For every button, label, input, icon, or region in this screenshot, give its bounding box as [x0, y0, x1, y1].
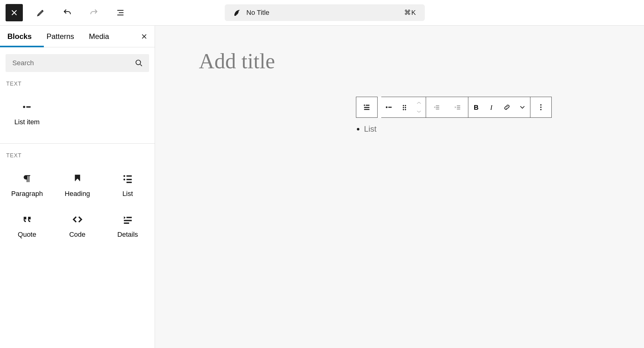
link-icon: [503, 103, 511, 111]
unordered-list-button[interactable]: [381, 97, 397, 117]
editor-canvas[interactable]: Add title: [155, 26, 644, 348]
outline-icon: [116, 8, 125, 17]
block-search: [6, 54, 149, 72]
close-icon: [140, 32, 148, 40]
svg-rect-25: [436, 108, 439, 109]
block-quote[interactable]: Quote: [2, 206, 52, 247]
svg-rect-27: [457, 107, 460, 108]
search-input[interactable]: [12, 59, 135, 67]
redo-button[interactable]: [85, 4, 102, 21]
svg-point-1: [23, 106, 25, 108]
block-list-item[interactable]: List item: [2, 93, 52, 134]
tab-blocks[interactable]: Blocks: [0, 26, 39, 47]
list-block-icon: [363, 103, 371, 111]
block-type-button[interactable]: [356, 97, 377, 117]
block-label: List: [122, 190, 133, 198]
close-icon: [10, 8, 19, 17]
italic-icon: I: [487, 103, 496, 111]
svg-rect-28: [457, 108, 460, 109]
block-label: Quote: [18, 231, 36, 239]
section-label: TEXT: [0, 144, 155, 162]
outdent-button[interactable]: [426, 97, 447, 117]
block-label: List item: [15, 118, 40, 126]
list-item-icon: [22, 101, 33, 112]
svg-rect-13: [364, 107, 369, 108]
italic-button[interactable]: I: [484, 97, 499, 117]
command-k-hint: ⌘K: [404, 9, 416, 17]
block-label: Code: [69, 231, 86, 239]
tab-media[interactable]: Media: [82, 26, 116, 47]
close-inserter-button[interactable]: [6, 4, 23, 21]
block-inserter-panel: Blocks Patterns Media TEXT List item: [0, 26, 155, 348]
section-label: TEXT: [0, 72, 155, 90]
svg-text:B: B: [474, 104, 479, 111]
svg-point-20: [405, 107, 406, 108]
block-options-button[interactable]: [530, 97, 551, 117]
svg-rect-6: [126, 179, 132, 180]
close-inserter-x-button[interactable]: [138, 30, 150, 43]
document-overview-button[interactable]: [112, 4, 129, 21]
link-button[interactable]: [499, 97, 515, 117]
block-heading[interactable]: Heading: [52, 165, 102, 206]
block-label: Details: [117, 231, 138, 239]
tab-patterns[interactable]: Patterns: [39, 26, 82, 47]
code-icon: [72, 214, 83, 225]
list-block[interactable]: List: [356, 123, 376, 134]
pencil-icon: [36, 8, 45, 17]
svg-point-5: [123, 179, 125, 180]
move-up-button[interactable]: [414, 99, 424, 107]
edit-tools-button[interactable]: [32, 4, 49, 21]
block-label: Heading: [65, 190, 90, 198]
svg-point-31: [540, 104, 542, 105]
svg-rect-4: [126, 175, 132, 176]
svg-rect-24: [436, 107, 439, 108]
block-details[interactable]: Details: [102, 206, 153, 247]
details-icon: [122, 214, 133, 225]
top-toolbar: No Title ⌘K: [0, 0, 644, 25]
drag-handle-button[interactable]: [397, 97, 412, 117]
chevron-down-icon: [416, 110, 422, 113]
move-down-button[interactable]: [414, 108, 424, 116]
indent-button[interactable]: [447, 97, 468, 117]
block-label: Paragraph: [11, 190, 43, 198]
svg-point-32: [540, 107, 542, 108]
svg-point-3: [123, 175, 125, 177]
undo-icon: [63, 8, 72, 17]
svg-point-22: [405, 109, 406, 110]
outdent-icon: [433, 103, 441, 111]
block-list-section-0: List item: [0, 90, 155, 143]
move-buttons: [412, 97, 426, 117]
svg-rect-2: [26, 106, 31, 108]
toolbar-center: No Title ⌘K: [129, 4, 521, 21]
search-icon: [135, 59, 143, 67]
paragraph-icon: [22, 173, 33, 184]
inserter-tabs: Blocks Patterns Media: [0, 26, 155, 47]
svg-point-17: [403, 105, 404, 106]
feather-icon: [233, 9, 241, 16]
svg-rect-9: [124, 220, 132, 221]
svg-point-0: [136, 60, 140, 65]
tab-active-indicator: [0, 46, 44, 47]
undo-button[interactable]: [59, 4, 76, 21]
list-item-placeholder[interactable]: List: [364, 123, 376, 134]
heading-icon: [72, 173, 83, 184]
document-title-pill[interactable]: No Title ⌘K: [225, 4, 425, 21]
svg-point-19: [403, 107, 404, 108]
block-code[interactable]: Code: [52, 206, 102, 247]
svg-rect-16: [388, 107, 392, 108]
more-rich-text-button[interactable]: [515, 97, 530, 117]
post-title-placeholder[interactable]: Add title: [199, 50, 600, 72]
toolbar-left-group: [0, 4, 129, 21]
redo-icon: [89, 8, 98, 17]
document-title: No Title: [246, 9, 270, 17]
more-vertical-icon: [537, 103, 545, 111]
drag-icon: [400, 103, 408, 111]
chevron-down-icon: [518, 103, 526, 111]
svg-rect-10: [124, 223, 129, 224]
block-paragraph[interactable]: Paragraph: [2, 165, 52, 206]
bold-icon: B: [472, 103, 480, 111]
bold-button[interactable]: B: [468, 97, 484, 117]
block-list[interactable]: List: [102, 165, 153, 206]
svg-text:I: I: [490, 104, 493, 111]
list-icon: [122, 173, 133, 184]
